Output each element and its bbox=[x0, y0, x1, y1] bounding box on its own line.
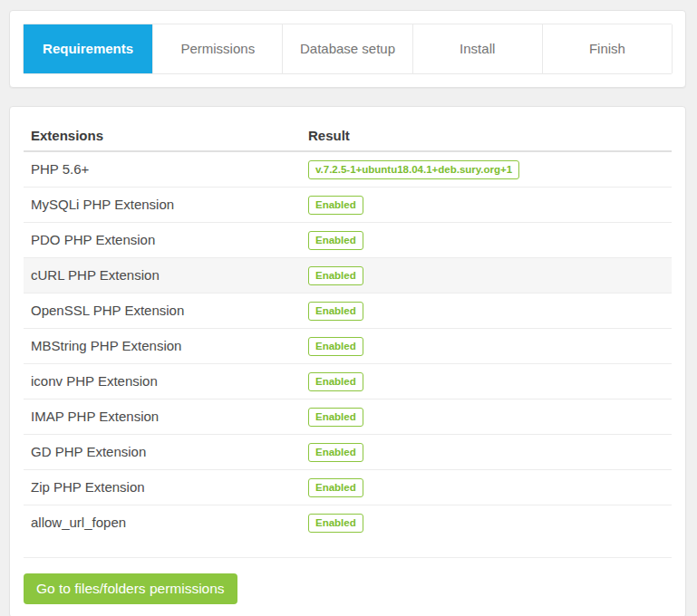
extension-row: PDO PHP ExtensionEnabled bbox=[24, 223, 672, 258]
installer-page: RequirementsPermissionsDatabase setupIns… bbox=[0, 0, 697, 616]
requirements-panel: Extensions Result PHP 5.6+v.7.2.5-1+ubun… bbox=[9, 106, 686, 616]
table-header-row: Extensions Result bbox=[24, 120, 672, 151]
extension-name: cURL PHP Extension bbox=[24, 258, 301, 294]
extension-name: GD PHP Extension bbox=[24, 435, 301, 470]
tab-requirements[interactable]: Requirements bbox=[24, 24, 152, 73]
tab-permissions[interactable]: Permissions bbox=[152, 24, 282, 73]
extension-name: MySQLi PHP Extension bbox=[24, 188, 301, 223]
status-badge: Enabled bbox=[308, 408, 363, 427]
tab-finish[interactable]: Finish bbox=[542, 24, 672, 73]
extension-result-cell: Enabled bbox=[301, 329, 672, 364]
status-badge: Enabled bbox=[308, 372, 363, 391]
extension-row: GD PHP ExtensionEnabled bbox=[24, 435, 672, 470]
status-badge: Enabled bbox=[308, 443, 363, 462]
extension-name: PDO PHP Extension bbox=[24, 223, 301, 258]
requirements-table: Extensions Result PHP 5.6+v.7.2.5-1+ubun… bbox=[24, 120, 672, 540]
extension-row: iconv PHP ExtensionEnabled bbox=[24, 364, 672, 399]
status-badge: Enabled bbox=[308, 302, 363, 321]
extension-result-cell: Enabled bbox=[301, 505, 672, 541]
version-badge: v.7.2.5-1+ubuntu18.04.1+deb.sury.org+1 bbox=[308, 160, 519, 179]
extension-result-cell: Enabled bbox=[301, 223, 672, 258]
column-header-extensions: Extensions bbox=[24, 120, 301, 151]
extension-result-cell: Enabled bbox=[301, 188, 672, 223]
extension-result-cell: Enabled bbox=[301, 435, 672, 470]
extension-row: MySQLi PHP ExtensionEnabled bbox=[24, 188, 672, 223]
extension-result-cell: Enabled bbox=[301, 294, 672, 329]
extension-result-cell: Enabled bbox=[301, 470, 672, 505]
extension-result-cell: v.7.2.5-1+ubuntu18.04.1+deb.sury.org+1 bbox=[301, 151, 672, 188]
extension-row: cURL PHP ExtensionEnabled bbox=[24, 258, 672, 294]
extension-name: Zip PHP Extension bbox=[24, 470, 301, 505]
extension-result-cell: Enabled bbox=[301, 258, 672, 294]
extension-result-cell: Enabled bbox=[301, 399, 672, 435]
wizard-tab-list: RequirementsPermissionsDatabase setupIns… bbox=[23, 24, 673, 74]
wizard-steps-card: RequirementsPermissionsDatabase setupIns… bbox=[9, 10, 686, 88]
status-badge: Enabled bbox=[308, 196, 363, 215]
extension-row: OpenSSL PHP ExtensionEnabled bbox=[24, 294, 672, 329]
divider bbox=[24, 557, 672, 558]
status-badge: Enabled bbox=[308, 514, 363, 533]
tab-database-setup[interactable]: Database setup bbox=[282, 24, 411, 73]
extension-name: OpenSSL PHP Extension bbox=[24, 294, 301, 329]
extension-name: MBString PHP Extension bbox=[24, 329, 301, 364]
extension-name: iconv PHP Extension bbox=[24, 364, 301, 399]
go-to-permissions-button[interactable]: Go to files/folders permissions bbox=[24, 573, 237, 604]
extension-row: MBString PHP ExtensionEnabled bbox=[24, 329, 672, 364]
column-header-result: Result bbox=[301, 120, 672, 151]
tab-install[interactable]: Install bbox=[412, 24, 542, 73]
extension-name: PHP 5.6+ bbox=[24, 151, 301, 188]
extension-name: IMAP PHP Extension bbox=[24, 399, 301, 435]
extension-result-cell: Enabled bbox=[301, 364, 672, 399]
status-badge: Enabled bbox=[308, 266, 363, 285]
extension-row: IMAP PHP ExtensionEnabled bbox=[24, 399, 672, 435]
status-badge: Enabled bbox=[308, 337, 363, 356]
status-badge: Enabled bbox=[308, 478, 363, 497]
extension-row: allow_url_fopenEnabled bbox=[24, 505, 672, 541]
extension-name: allow_url_fopen bbox=[24, 505, 301, 541]
status-badge: Enabled bbox=[308, 231, 363, 250]
extension-row: PHP 5.6+v.7.2.5-1+ubuntu18.04.1+deb.sury… bbox=[24, 151, 672, 188]
extension-row: Zip PHP ExtensionEnabled bbox=[24, 470, 672, 505]
